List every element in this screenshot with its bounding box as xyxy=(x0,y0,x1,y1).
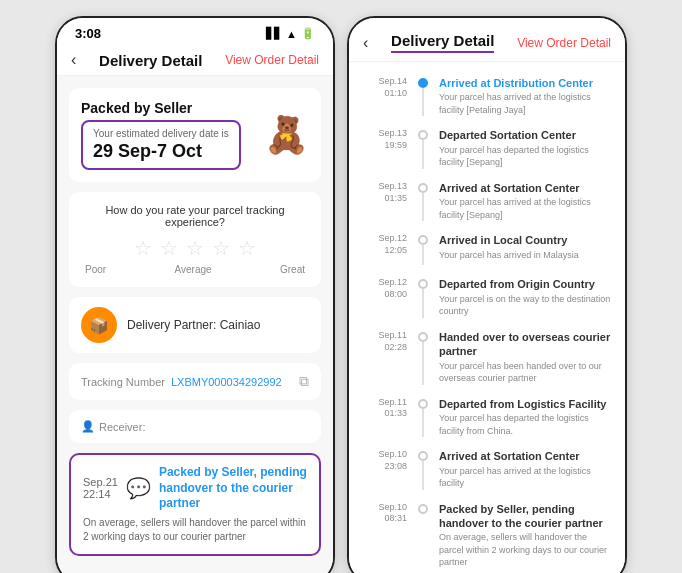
timeline-item: Sep.10 23:08 Arrived at Sortation Center… xyxy=(349,443,625,495)
est-date: 29 Sep-7 Oct xyxy=(93,141,229,162)
timeline-content: Handed over to overseas courier partner … xyxy=(439,330,613,385)
timeline-line xyxy=(422,342,424,385)
tracking-number[interactable]: LXBMY000034292992 xyxy=(171,376,282,388)
star-1[interactable]: ☆ xyxy=(134,236,152,260)
timeline-item: Sep.11 01:33 Departed from Logistics Fac… xyxy=(349,391,625,443)
copy-icon[interactable]: ⧉ xyxy=(299,373,309,390)
timeline-item: Sep.14 01:10 Arrived at Distribution Cen… xyxy=(349,70,625,122)
timeline-date-col: Sep.11 02:28 xyxy=(361,330,407,385)
star-rating[interactable]: ☆ ☆ ☆ ☆ ☆ xyxy=(81,236,309,260)
star-5[interactable]: ☆ xyxy=(238,236,256,260)
timeline-event-title: Handed over to overseas courier partner xyxy=(439,330,613,359)
timeline-dot-col xyxy=(415,233,431,265)
timeline-date-col: Sep.12 12:05 xyxy=(361,233,407,265)
timeline-event-desc: On average, sellers will handover the pa… xyxy=(439,531,613,569)
timeline-content: Departed Sortation Center Your parcel ha… xyxy=(439,128,613,168)
timeline-event-title: Departed from Origin Country xyxy=(439,277,613,291)
timeline-date-col: Sep.11 01:33 xyxy=(361,397,407,437)
right-view-order-detail-link[interactable]: View Order Detail xyxy=(517,36,611,50)
timeline-content: Arrived in Local Country Your parcel has… xyxy=(439,233,613,265)
timeline-dot-col xyxy=(415,449,431,489)
star-3[interactable]: ☆ xyxy=(186,236,204,260)
timeline-time: 08:00 xyxy=(361,289,407,301)
timeline-dot-col xyxy=(415,76,431,116)
star-2[interactable]: ☆ xyxy=(160,236,178,260)
timeline-line xyxy=(422,88,424,116)
rating-label-average: Average xyxy=(175,264,212,275)
timeline-time: 12:05 xyxy=(361,245,407,257)
timeline-content: Arrived at Distribution Center Your parc… xyxy=(439,76,613,116)
timeline-dot xyxy=(418,183,428,193)
timeline-event-desc: Your parcel has arrived at the logistics… xyxy=(439,196,613,221)
right-page-title: Delivery Detail xyxy=(391,32,494,53)
timeline-date-col: Sep.10 23:08 xyxy=(361,449,407,489)
right-phone-body: Sep.14 01:10 Arrived at Distribution Cen… xyxy=(349,62,625,573)
timeline-dot-col xyxy=(415,330,431,385)
highlight-time: 22:14 xyxy=(83,488,118,500)
timeline-item: Sep.13 19:59 Departed Sortation Center Y… xyxy=(349,122,625,174)
partner-label: Delivery Partner: Cainiao xyxy=(127,318,260,332)
highlight-title: Packed by Seller, pending handover to th… xyxy=(159,465,307,512)
timeline-time: 01:10 xyxy=(361,88,407,100)
timeline-event-desc: Your parcel is on the way to the destina… xyxy=(439,293,613,318)
timeline-date: Sep.12 xyxy=(361,233,407,245)
tracking-label: Tracking Number xyxy=(81,376,165,388)
character-illustration: 🧸 xyxy=(264,114,309,156)
estimated-date-box: Your estimated delivery date is 29 Sep-7… xyxy=(81,120,241,170)
view-order-detail-link[interactable]: View Order Detail xyxy=(225,53,319,67)
timeline-content: Arrived at Sortation Center Your parcel … xyxy=(439,181,613,221)
wifi-icon: ▲ xyxy=(286,28,297,40)
timeline-dot-col xyxy=(415,277,431,317)
receiver-label: 👤 Receiver: xyxy=(81,420,309,433)
timeline-dot-col xyxy=(415,502,431,569)
timeline-date-col: Sep.10 08:31 xyxy=(361,502,407,569)
timeline-date-col: Sep.12 08:00 xyxy=(361,277,407,317)
back-button[interactable]: ‹ xyxy=(71,51,76,69)
timeline-event-title: Departed from Logistics Facility xyxy=(439,397,613,411)
timeline-time: 02:28 xyxy=(361,342,407,354)
packed-title: Packed by Seller xyxy=(81,100,241,116)
highlight-header: Sep.21 22:14 💬 Packed by Seller, pending… xyxy=(83,465,307,512)
timeline-event-desc: Your parcel has departed the logistics f… xyxy=(439,412,613,437)
partner-icon: 📦 xyxy=(81,307,117,343)
timeline-line xyxy=(422,193,424,221)
timeline-date-col: Sep.13 01:35 xyxy=(361,181,407,221)
timeline-line xyxy=(422,461,424,489)
highlight-desc: On average, sellers will handover the pa… xyxy=(83,516,307,544)
timeline-event-desc: Your parcel has been handed over to our … xyxy=(439,360,613,385)
timeline-dot xyxy=(418,235,428,245)
page-title: Delivery Detail xyxy=(99,52,202,69)
timeline-line xyxy=(422,245,424,265)
status-icons: ▋▋ ▲ 🔋 xyxy=(266,27,315,40)
timeline-date: Sep.13 xyxy=(361,128,407,140)
timeline-item: Sep.10 08:31 Packed by Seller, pending h… xyxy=(349,496,625,573)
timeline-event-title: Arrived in Local Country xyxy=(439,233,613,247)
star-4[interactable]: ☆ xyxy=(212,236,230,260)
timeline-dot xyxy=(418,451,428,461)
left-phone-body: Packed by Seller Your estimated delivery… xyxy=(57,76,333,573)
highlight-icon: 💬 xyxy=(126,476,151,500)
receiver-row: 👤 Receiver: xyxy=(69,410,321,443)
timeline-dot xyxy=(418,130,428,140)
highlight-date: Sep.21 xyxy=(83,476,118,488)
timeline-item: Sep.13 01:35 Arrived at Sortation Center… xyxy=(349,175,625,227)
rating-label-great: Great xyxy=(280,264,305,275)
timeline-date: Sep.11 xyxy=(361,397,407,409)
timeline-date: Sep.12 xyxy=(361,277,407,289)
right-nav-bar: ‹ Delivery Detail View Order Detail xyxy=(349,18,625,62)
highlight-box: Sep.21 22:14 💬 Packed by Seller, pending… xyxy=(69,453,321,556)
delivery-partner-row: 📦 Delivery Partner: Cainiao xyxy=(69,297,321,353)
person-icon: 👤 xyxy=(81,420,95,433)
timeline-time: 08:31 xyxy=(361,513,407,525)
timeline-date: Sep.13 xyxy=(361,181,407,193)
right-back-button[interactable]: ‹ xyxy=(363,34,368,52)
timeline-event-title: Packed by Seller, pending handover to th… xyxy=(439,502,613,531)
timeline: Sep.14 01:10 Arrived at Distribution Cen… xyxy=(349,62,625,573)
highlight-date-col: Sep.21 22:14 xyxy=(83,476,118,500)
timeline-item: Sep.12 08:00 Departed from Origin Countr… xyxy=(349,271,625,323)
timeline-date-col: Sep.13 19:59 xyxy=(361,128,407,168)
timeline-line xyxy=(422,289,424,317)
timeline-event-desc: Your parcel has departed the logistics f… xyxy=(439,144,613,169)
timeline-time: 01:35 xyxy=(361,193,407,205)
tracking-number-row: Tracking Number LXBMY000034292992 ⧉ xyxy=(69,363,321,400)
